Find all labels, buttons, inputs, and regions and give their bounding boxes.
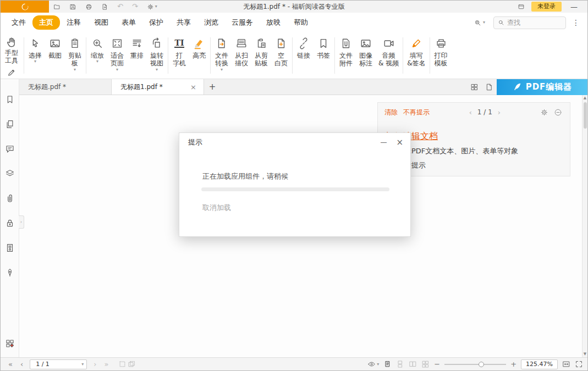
zoom-tool[interactable]: 缩放▾: [87, 32, 107, 79]
file-convert-tool[interactable]: 文件转换▾: [212, 32, 232, 79]
pdf-editor-banner[interactable]: PDF编辑器: [497, 79, 587, 95]
bookmarks-panel-button[interactable]: [3, 92, 17, 107]
search-icon: [498, 19, 504, 26]
first-page-button[interactable]: «: [5, 361, 16, 368]
minimize-window-button[interactable]: —: [564, 3, 584, 11]
annotate-pencil-button[interactable]: [4, 67, 19, 79]
search-box[interactable]: [493, 16, 566, 29]
quick-settings-button[interactable]: ▾: [142, 1, 162, 13]
menu-share[interactable]: 共享: [170, 15, 197, 30]
cancel-loading-link[interactable]: 取消加载: [202, 203, 231, 213]
message-center-button[interactable]: [513, 1, 529, 13]
reading-view-button[interactable]: [482, 83, 497, 91]
scroll-up-icon[interactable]: ▲: [584, 95, 586, 101]
more-options-icon[interactable]: ⋮: [570, 18, 582, 27]
last-page-button[interactable]: »: [101, 361, 112, 368]
hand-tool[interactable]: 手型工具: [1, 32, 23, 79]
tip-prev-icon[interactable]: ‹: [469, 108, 472, 117]
rotate-view-tool[interactable]: 旋转视图▾: [147, 32, 167, 79]
audio-video-tool[interactable]: 音频& 视频: [376, 32, 402, 79]
bookmark-tool[interactable]: 书签: [314, 32, 333, 79]
image-annotation-tool[interactable]: 图像标注: [356, 32, 376, 79]
fullscreen-icon[interactable]: [575, 360, 583, 368]
layers-panel-button[interactable]: [3, 167, 17, 181]
open-file-button[interactable]: [49, 1, 65, 13]
highlight-tool[interactable]: 高亮: [189, 32, 209, 79]
dont-show-again-link[interactable]: 不再提示: [403, 108, 430, 117]
close-tab-icon[interactable]: ×: [189, 83, 198, 91]
redo-button[interactable]: ↷: [128, 1, 142, 13]
tip-settings-icon[interactable]: [540, 108, 548, 117]
fill-sign-tool[interactable]: 填写&签名: [404, 32, 428, 79]
menu-help[interactable]: 帮助: [287, 15, 315, 30]
print-button[interactable]: [81, 1, 97, 13]
menu-file[interactable]: 文件: [5, 15, 32, 30]
link-tool[interactable]: 链接: [294, 32, 314, 79]
clipboard-tool[interactable]: 剪贴板▾: [65, 32, 85, 79]
snapshot-tool[interactable]: 截图: [45, 32, 65, 79]
previous-view-icon[interactable]: [118, 360, 127, 368]
next-page-button[interactable]: ›: [90, 361, 100, 368]
standards-panel-button[interactable]: [3, 241, 17, 255]
fit-width-icon[interactable]: [562, 360, 570, 368]
tip-collapse-icon[interactable]: [554, 108, 562, 117]
zoom-slider[interactable]: [444, 360, 506, 369]
print-template-tool[interactable]: 打印模板: [431, 32, 451, 79]
zoom-in-button[interactable]: +: [510, 361, 516, 368]
tab-untitled[interactable]: 无标题.pdf *: [19, 79, 112, 95]
menu-cloud-service[interactable]: 云服务: [225, 15, 260, 30]
prev-page-button[interactable]: ‹: [17, 361, 26, 368]
fields-panel-button[interactable]: [3, 336, 17, 351]
vertical-scrollbar[interactable]: ▲ ▼: [582, 95, 587, 357]
from-clipboard-tool[interactable]: 从剪贴板: [251, 32, 271, 79]
security-panel-button[interactable]: [3, 216, 17, 230]
continuous-facing-view-icon[interactable]: [421, 360, 430, 368]
dialog-minimize-icon[interactable]: —: [380, 139, 387, 146]
highlight-icon: [193, 36, 205, 51]
menu-form[interactable]: 表单: [115, 15, 142, 30]
facing-view-icon[interactable]: [409, 360, 417, 368]
fit-page-tool[interactable]: 适合页面▾: [107, 32, 127, 79]
tab-grid-view-button[interactable]: [467, 83, 482, 91]
dialog-close-icon[interactable]: ×: [396, 137, 403, 147]
tip-next-icon[interactable]: ›: [498, 108, 501, 117]
menu-slideshow[interactable]: 放映: [260, 15, 287, 30]
zoom-out-button[interactable]: −: [434, 361, 440, 368]
clear-link[interactable]: 清除: [384, 108, 398, 117]
comments-panel-button[interactable]: [3, 142, 17, 156]
digital-signature-panel-button[interactable]: [3, 265, 17, 280]
sidebar-expand-handle[interactable]: ›: [19, 215, 24, 229]
tab-untitled1[interactable]: 无标题1.pdf *×: [112, 79, 204, 95]
visibility-button[interactable]: ▾: [367, 360, 379, 368]
advanced-search-button[interactable]: ▾: [469, 16, 490, 29]
from-scanner-tool[interactable]: 从扫描仪: [232, 32, 251, 79]
zoom-level-box[interactable]: 125.47%: [521, 359, 558, 369]
new-tab-button[interactable]: +: [204, 79, 221, 95]
undo-button[interactable]: ↶: [113, 1, 128, 13]
page-thumbnails-panel-button[interactable]: [3, 117, 17, 131]
save-file-button[interactable]: [65, 1, 81, 13]
typewriter-tool[interactable]: TI打字机: [169, 32, 189, 79]
hand-icon: [6, 36, 18, 48]
export-document-button[interactable]: [97, 1, 113, 13]
menu-home[interactable]: 主页: [32, 15, 60, 30]
blank-page-tool[interactable]: 空白页: [271, 32, 291, 79]
page-number-combo[interactable]: 1 / 1 ▾: [30, 359, 87, 369]
attachments-panel-button[interactable]: [3, 191, 17, 206]
reflow-tool[interactable]: 重排: [127, 32, 147, 79]
search-input[interactable]: [507, 19, 558, 26]
file-attachment-tool[interactable]: 文件附件: [336, 32, 356, 79]
chevron-down-icon: ▾: [483, 20, 485, 25]
single-page-view-icon[interactable]: [383, 360, 392, 368]
next-view-icon[interactable]: [128, 360, 136, 368]
scroll-down-icon[interactable]: ▼: [584, 351, 586, 357]
menu-protect[interactable]: 保护: [142, 15, 170, 30]
zoom-slider-handle[interactable]: [479, 362, 484, 367]
select-tool[interactable]: 选择▾: [25, 32, 45, 79]
menu-comment[interactable]: 注释: [60, 15, 87, 30]
continuous-view-icon[interactable]: [396, 360, 404, 368]
menu-view[interactable]: 视图: [87, 15, 115, 30]
menu-browse[interactable]: 浏览: [197, 15, 225, 30]
login-button[interactable]: 未登录: [531, 2, 562, 11]
scrollbar-thumb[interactable]: [584, 102, 587, 129]
